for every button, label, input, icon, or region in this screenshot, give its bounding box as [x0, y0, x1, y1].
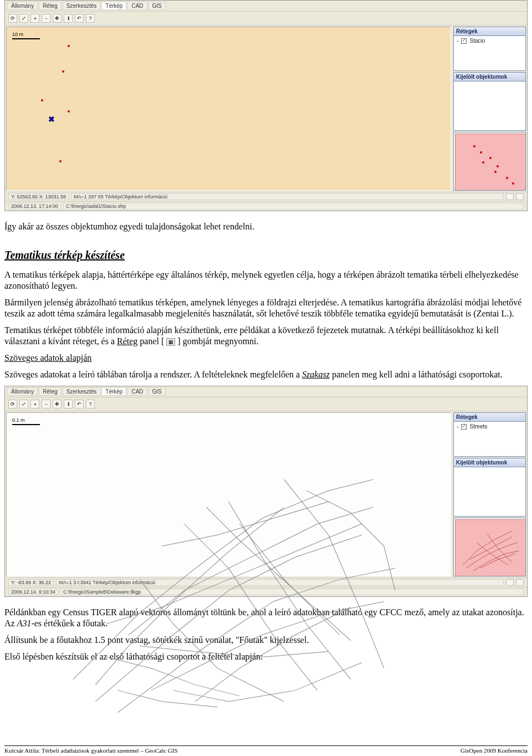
tool-zoomout-icon[interactable]: － [42, 400, 50, 408]
document-body: Így akár az összes objektumhoz egyedi tu… [4, 221, 528, 380]
map-viewport[interactable]: 0.1 m [6, 412, 451, 576]
menubar: Állomány Réteg Szerkesztés Térkép CAD GI… [5, 386, 527, 397]
menu-cad[interactable]: CAD [127, 2, 147, 10]
tool-undo-icon[interactable]: ↶ [75, 14, 84, 23]
map-point [62, 70, 64, 73]
map-canvas [7, 27, 451, 190]
status-filepath: C:\freegio\adal1\Stacio.shp [63, 203, 524, 210]
statusbar: Y: 62563.60 X: 13031.58 MA=1 297 t!5 Tér… [5, 192, 527, 201]
selected-panel-title: Kijelölt objektumok [454, 458, 525, 467]
tool-zoomfit-icon[interactable]: ⤢ [19, 14, 28, 23]
menu-allomany[interactable]: Állomány [7, 387, 38, 396]
layers-panel-title: Rétegek [454, 413, 525, 422]
menu-reteg[interactable]: Réteg [39, 2, 62, 10]
layer-properties-icon[interactable]: ▦ [166, 338, 175, 346]
map-point [68, 110, 70, 113]
layers-panel-title: Rétegek [454, 27, 525, 36]
statusbar-2: 2006.12.13. 17:14:00 C:\freegio\adal1\St… [5, 201, 527, 211]
paragraph: Így akár az összes objektumhoz egyedi tu… [4, 221, 528, 232]
selected-panel-body [454, 81, 525, 130]
minimap-extent[interactable] [455, 134, 525, 190]
tool-undo-icon[interactable]: ↶ [75, 400, 84, 408]
status-coords: Y: 62563.60 X: 13031.58 [8, 193, 69, 200]
map-point [68, 45, 70, 47]
tree-collapse-icon[interactable]: - [456, 423, 459, 430]
gis-app-window-2: Állomány Réteg Szerkesztés Térkép CAD GI… [4, 386, 528, 597]
gis-app-window-1: Állomány Réteg Szerkesztés Térkép CAD GI… [4, 0, 528, 211]
tool-zoomout-icon[interactable]: － [42, 14, 50, 23]
status-timestamp: 2006.12.13. 17:14:00 [8, 203, 61, 210]
preview-panel [453, 132, 526, 191]
status-icon-2[interactable] [516, 579, 524, 586]
menu-reteg[interactable]: Réteg [39, 387, 62, 396]
menu-terkep[interactable]: Térkép [101, 387, 126, 396]
status-icon-1[interactable] [506, 579, 514, 586]
menu-gis[interactable]: GIS [149, 2, 166, 10]
side-panels: Rétegek - Streets Kijelölt objektumok [452, 411, 527, 578]
status-info: MA=1 297 t!5 Térkép/Objektum információ [71, 193, 504, 200]
layer-name: Streets [470, 423, 488, 430]
preview-body [454, 518, 525, 576]
tool-zoomin-icon[interactable]: ＋ [30, 14, 39, 23]
scale-bar: 0.1 m [12, 417, 40, 425]
toolbar: ⟳ ⤢ ＋ － ✥ ℹ ↶ ? [5, 397, 527, 411]
toolbar: ⟳ ⤢ ＋ － ✥ ℹ ↶ ? [5, 12, 527, 25]
tool-zoomin-icon[interactable]: ＋ [30, 400, 39, 408]
layers-panel-body: - Streets [454, 422, 525, 456]
menubar: Állomány Réteg Szerkesztés Térkép CAD GI… [5, 1, 527, 12]
paragraph: Szöveges adatokat a leíró táblában tárol… [4, 369, 528, 380]
tool-pan-icon[interactable]: ✥ [53, 400, 62, 408]
tree-collapse-icon[interactable]: - [456, 38, 459, 44]
selection-marker-icon: ✖ [48, 115, 55, 124]
paragraph: Bármilyen jelenség ábrázolható tematikus… [4, 297, 528, 319]
minimap-extent[interactable] [455, 519, 525, 576]
menu-allomany[interactable]: Állomány [7, 2, 38, 10]
preview-panel [453, 518, 526, 576]
tool-help-icon[interactable]: ? [86, 14, 95, 23]
map-viewport[interactable]: 10 m ✖ [6, 27, 451, 191]
menu-cad[interactable]: CAD [127, 387, 147, 396]
tool-zoomfit-icon[interactable]: ⤢ [19, 400, 28, 408]
section-heading: Tematikus térkép készítése [4, 249, 528, 262]
footer-right: GisOpen 2009 Konferencia [461, 747, 528, 754]
tool-info-icon[interactable]: ℹ [64, 14, 73, 23]
layers-panel: Rétegek - Streets [453, 412, 526, 457]
page-footer: Kulcsár Attila: Térbeli adatbázisok gyak… [4, 745, 528, 754]
paragraph: A tematikus térképek alapja, háttértérké… [4, 269, 528, 292]
selected-panel-body [454, 467, 525, 516]
layer-visibility-checkbox[interactable] [461, 38, 467, 44]
status-icon-2[interactable] [516, 193, 524, 200]
paragraph: Tematikus térképet többféle információ a… [4, 325, 528, 347]
layers-panel-body: - Stacio [454, 36, 525, 70]
side-panels: Rétegek - Stacio Kijelölt objektumok [452, 25, 527, 192]
scale-bar: 10 m [12, 32, 40, 39]
layer-visibility-checkbox[interactable] [461, 424, 467, 430]
link-szakasz: Szakasz [302, 370, 330, 379]
tool-pan-icon[interactable]: ✥ [53, 14, 62, 23]
tool-refresh-icon[interactable]: ⟳ [8, 400, 17, 408]
map-point [41, 99, 43, 101]
status-icon-1[interactable] [506, 193, 514, 200]
layer-row[interactable]: - Streets [456, 423, 523, 430]
link-reteg: Réteg [117, 336, 137, 346]
footer-left: Kulcsár Attila: Térbeli adatbázisok gyak… [4, 747, 178, 754]
menu-szerkesztes[interactable]: Szerkesztés [63, 387, 100, 396]
scale-label: 0.1 m [12, 417, 25, 423]
selected-objects-panel: Kijelölt objektumok [453, 72, 526, 131]
menu-szerkesztes[interactable]: Szerkesztés [63, 2, 100, 10]
menu-terkep[interactable]: Térkép [101, 2, 126, 10]
menu-gis[interactable]: GIS [149, 387, 166, 396]
map-point [59, 160, 62, 162]
layer-row[interactable]: - Stacio [456, 38, 523, 44]
subsection-heading: Szöveges adatok alapján [4, 353, 528, 364]
map-canvas [7, 413, 451, 576]
selected-panel-title: Kijelölt objektumok [454, 73, 525, 81]
layers-panel: Rétegek - Stacio [453, 27, 526, 71]
tool-info-icon[interactable]: ℹ [64, 400, 73, 408]
streets-layer [7, 413, 451, 746]
selected-objects-panel: Kijelölt objektumok [453, 458, 526, 517]
tool-refresh-icon[interactable]: ⟳ [8, 14, 17, 23]
tool-help-icon[interactable]: ? [86, 400, 95, 408]
layer-name: Stacio [470, 38, 485, 44]
scale-label: 10 m [12, 32, 23, 37]
